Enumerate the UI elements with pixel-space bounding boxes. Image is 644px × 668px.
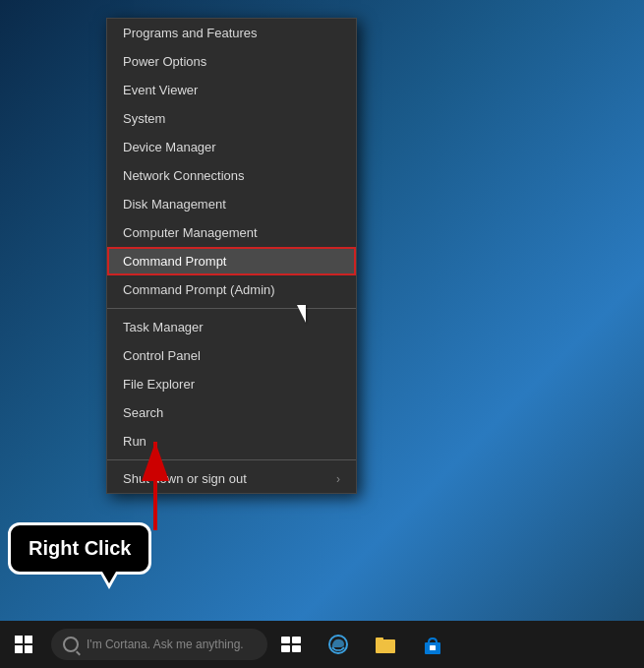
svg-rect-8 <box>376 638 383 641</box>
svg-rect-5 <box>292 645 301 652</box>
file-explorer-button[interactable] <box>362 621 409 668</box>
menu-item-control-panel[interactable]: Control Panel <box>107 341 356 370</box>
svg-rect-2 <box>281 637 290 643</box>
menu-item-network-connections[interactable]: Network Connections <box>107 161 356 190</box>
taskbar: I'm Cortana. Ask me anything. <box>0 621 644 668</box>
menu-item-command-prompt-admin[interactable]: Command Prompt (Admin) <box>107 275 356 304</box>
desktop: Programs and FeaturesPower OptionsEvent … <box>0 0 644 668</box>
mouse-cursor <box>297 305 306 323</box>
menu-item-programs-features[interactable]: Programs and Features <box>107 19 356 47</box>
edge-icon <box>328 635 348 654</box>
menu-item-device-manager[interactable]: Device Manager <box>107 133 356 161</box>
cortana-search[interactable]: I'm Cortana. Ask me anything. <box>51 629 267 660</box>
store-button[interactable] <box>409 621 456 668</box>
menu-item-computer-management[interactable]: Computer Management <box>107 218 356 247</box>
file-explorer-icon <box>376 636 395 653</box>
menu-item-event-viewer[interactable]: Event Viewer <box>107 76 356 104</box>
svg-rect-3 <box>292 637 301 643</box>
svg-rect-7 <box>376 639 395 653</box>
right-click-annotation: Right Click <box>8 522 151 575</box>
svg-rect-4 <box>281 645 290 652</box>
menu-separator <box>107 308 356 309</box>
menu-item-system[interactable]: System <box>107 104 356 133</box>
menu-item-file-explorer[interactable]: File Explorer <box>107 370 356 398</box>
search-icon <box>63 637 79 652</box>
store-icon <box>423 635 442 654</box>
task-view-button[interactable] <box>267 621 315 668</box>
search-placeholder: I'm Cortana. Ask me anything. <box>87 638 244 651</box>
edge-button[interactable] <box>315 621 362 668</box>
task-view-icon <box>281 637 301 652</box>
submenu-arrow-icon: › <box>336 472 340 486</box>
menu-item-disk-management[interactable]: Disk Management <box>107 190 356 218</box>
menu-item-power-options[interactable]: Power Options <box>107 47 356 76</box>
menu-item-command-prompt[interactable]: Command Prompt <box>107 247 356 275</box>
start-button[interactable] <box>0 621 47 668</box>
windows-logo-icon <box>15 636 32 653</box>
svg-rect-10 <box>430 645 436 650</box>
menu-item-task-manager[interactable]: Task Manager <box>107 313 356 341</box>
